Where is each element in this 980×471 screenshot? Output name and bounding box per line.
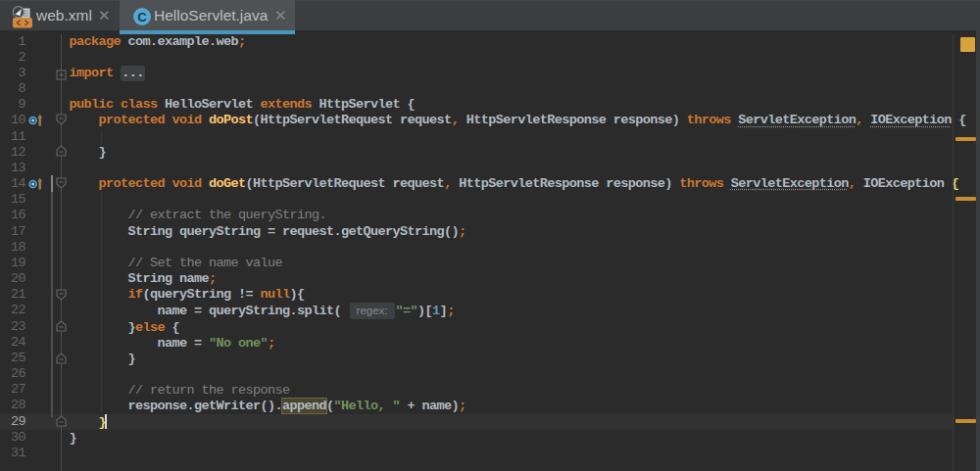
svg-text:C: C [137,10,147,24]
